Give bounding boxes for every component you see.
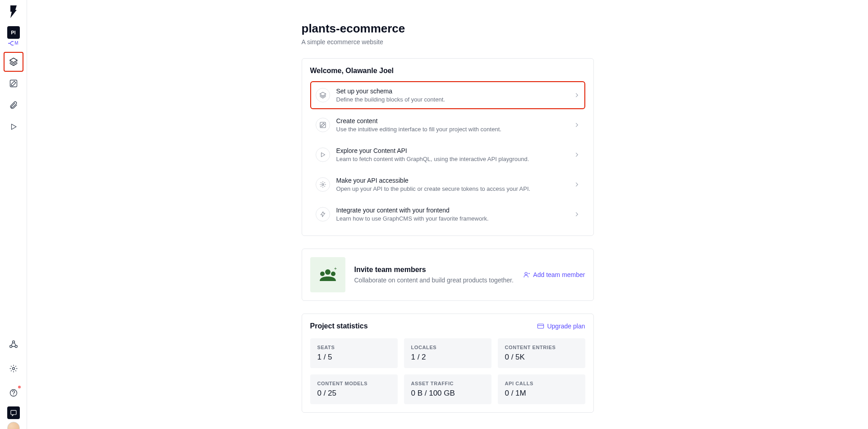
paperclip-icon (9, 101, 18, 110)
chevron-right-icon (574, 211, 580, 217)
edit-icon (9, 79, 18, 88)
step-schema[interactable]: Set up your schema Define the building b… (310, 81, 585, 109)
edit-icon (316, 118, 330, 132)
stat-label: LOCALES (411, 345, 484, 350)
sidebar: Pl M (0, 0, 27, 429)
stat-label: CONTENT MODELS (317, 381, 390, 386)
stat-label: CONTENT ENTRIES (505, 345, 578, 350)
step-integrate[interactable]: Integrate your content with your fronten… (310, 200, 585, 228)
welcome-heading: Welcome, Olawanle Joel (310, 67, 585, 75)
step-title: Make your API accessible (336, 177, 567, 184)
step-title: Explore your Content API (336, 147, 567, 154)
step-access[interactable]: Make your API accessible Open up your AP… (310, 171, 585, 198)
svg-point-2 (9, 346, 12, 348)
env-badge[interactable]: M (8, 41, 18, 46)
stat-label: SEATS (317, 345, 390, 350)
add-team-member-link[interactable]: Add team member (523, 271, 585, 278)
step-desc: Learn to fetch content with GraphQL, usi… (336, 156, 567, 162)
gear-icon (316, 177, 330, 192)
env-badge-label: M (14, 41, 18, 46)
stat-traffic: ASSET TRAFFIC 0 B / 100 GB (404, 374, 491, 404)
welcome-card: Welcome, Olawanle Joel Set up your schem… (302, 58, 594, 236)
gear-icon (9, 364, 18, 373)
project-tile[interactable]: Pl (7, 26, 20, 39)
layers-icon (9, 57, 18, 66)
upgrade-label: Upgrade plan (547, 323, 585, 330)
chevron-right-icon (574, 122, 580, 128)
nav-chat[interactable] (7, 406, 20, 419)
stat-value: 1 / 5 (317, 353, 390, 362)
svg-point-9 (325, 269, 331, 275)
bolt-icon (316, 207, 330, 221)
step-desc: Define the building blocks of your conte… (336, 96, 567, 103)
nav-settings[interactable] (4, 359, 23, 378)
chevron-right-icon (574, 152, 580, 158)
chat-icon (10, 409, 17, 416)
stat-label: API CALLS (505, 381, 578, 386)
stats-title: Project statistics (310, 322, 368, 330)
step-desc: Use the intuitive editing interface to f… (336, 126, 567, 133)
user-avatar[interactable] (7, 422, 20, 429)
main-content: plants-ecommerce A simple ecommerce webs… (27, 0, 868, 429)
stat-seats: SEATS 1 / 5 (310, 338, 398, 368)
layers-icon (316, 88, 330, 102)
stat-value: 0 / 25 (317, 389, 390, 398)
svg-point-8 (322, 184, 324, 185)
nav-content[interactable] (4, 74, 23, 93)
chevron-right-icon (574, 181, 580, 188)
nav-help[interactable] (4, 383, 23, 403)
team-icon: + (310, 257, 345, 292)
card-icon (537, 323, 544, 329)
stat-value: 0 / 1M (505, 389, 578, 398)
logo[interactable] (8, 5, 19, 19)
step-title: Integrate your content with your fronten… (336, 207, 567, 214)
stat-value: 0 B / 100 GB (411, 389, 484, 398)
svg-rect-14 (538, 324, 544, 328)
stat-apicalls: API CALLS 0 / 1M (498, 374, 585, 404)
project-title: plants-ecommerce (302, 22, 594, 36)
svg-point-3 (15, 346, 17, 348)
project-subtitle: A simple ecommerce website (302, 38, 594, 46)
play-icon (316, 148, 330, 162)
add-team-member-label: Add team member (533, 271, 585, 278)
user-plus-icon (523, 271, 530, 278)
nav-playground[interactable] (4, 117, 23, 137)
invite-title: Invite team members (354, 266, 514, 274)
nav-assets[interactable] (4, 95, 23, 115)
upgrade-plan-link[interactable]: Upgrade plan (537, 323, 585, 330)
invite-card: + Invite team members Collaborate on con… (302, 249, 594, 301)
help-icon (9, 388, 18, 397)
step-desc: Learn how to use GraphCMS with your favo… (336, 215, 567, 222)
svg-text:+: + (334, 267, 337, 271)
step-title: Set up your schema (336, 88, 567, 95)
stat-locales: LOCALES 1 / 2 (404, 338, 491, 368)
svg-point-13 (525, 272, 527, 275)
step-desc: Open up your API to the public or create… (336, 185, 567, 192)
svg-point-4 (12, 368, 14, 370)
stats-card: Project statistics Upgrade plan SEATS 1 … (302, 314, 594, 413)
svg-point-11 (331, 272, 335, 276)
step-api[interactable]: Explore your Content API Learn to fetch … (310, 141, 585, 169)
svg-rect-6 (11, 411, 16, 415)
play-icon (9, 123, 18, 131)
chevron-right-icon (574, 92, 580, 98)
svg-point-10 (320, 272, 325, 276)
stat-models: CONTENT MODELS 0 / 25 (310, 374, 398, 404)
nav-schema[interactable] (4, 52, 23, 72)
webhook-icon (9, 340, 18, 349)
invite-desc: Collaborate on content and build great p… (354, 277, 514, 284)
step-content[interactable]: Create content Use the intuitive editing… (310, 111, 585, 139)
step-title: Create content (336, 117, 567, 125)
stat-entries: CONTENT ENTRIES 0 / 5K (498, 338, 585, 368)
stat-value: 0 / 5K (505, 353, 578, 362)
stat-label: ASSET TRAFFIC (411, 381, 484, 386)
stat-value: 1 / 2 (411, 353, 484, 362)
nav-webhooks[interactable] (4, 334, 23, 354)
